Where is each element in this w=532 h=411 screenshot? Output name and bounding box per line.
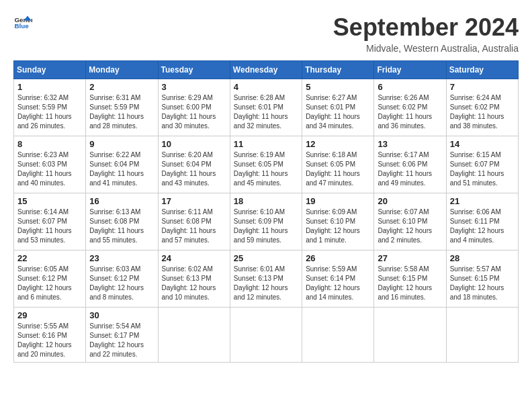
calendar-day-cell: 4 Sunrise: 6:28 AMSunset: 6:01 PMDayligh… [230,79,302,136]
day-number: 8 [17,139,82,149]
calendar-day-cell: 12 Sunrise: 6:18 AMSunset: 6:05 PMDaylig… [302,136,374,193]
calendar-day-cell: 2 Sunrise: 6:31 AMSunset: 5:59 PMDayligh… [86,79,158,136]
calendar-header-row: Sunday Monday Tuesday Wednesday Thursday… [14,61,519,79]
day-info: Sunrise: 6:07 AMSunset: 6:10 PMDaylight:… [378,208,442,245]
day-info: Sunrise: 6:32 AMSunset: 5:59 PMDaylight:… [17,93,82,131]
day-number: 15 [17,196,82,206]
calendar-week-row: 1 Sunrise: 6:32 AMSunset: 5:59 PMDayligh… [14,79,519,136]
day-info: Sunrise: 6:24 AMSunset: 6:02 PMDaylight:… [450,93,515,131]
header-wednesday: Wednesday [230,61,302,79]
day-number: 12 [306,139,370,149]
header-saturday: Saturday [446,61,518,79]
day-number: 14 [450,139,515,149]
calendar-day-cell: 5 Sunrise: 6:27 AMSunset: 6:01 PMDayligh… [302,79,374,136]
day-number: 16 [89,196,154,206]
calendar-day-cell [158,308,230,363]
day-number: 28 [450,253,515,263]
day-info: Sunrise: 6:01 AMSunset: 6:13 PMDaylight:… [234,265,298,302]
day-info: Sunrise: 6:10 AMSunset: 6:09 PMDaylight:… [234,208,298,245]
day-number: 19 [306,196,370,206]
day-number: 2 [89,82,154,92]
calendar-day-cell [374,308,446,363]
day-info: Sunrise: 6:28 AMSunset: 6:01 PMDaylight:… [234,93,298,131]
calendar-day-cell: 30 Sunrise: 5:54 AMSunset: 6:17 PMDaylig… [86,308,158,363]
day-number: 17 [162,196,226,206]
calendar-day-cell [230,308,302,363]
calendar-day-cell: 14 Sunrise: 6:15 AMSunset: 6:07 PMDaylig… [446,136,518,193]
day-info: Sunrise: 6:03 AMSunset: 6:12 PMDaylight:… [89,265,154,302]
calendar-week-row: 22 Sunrise: 6:05 AMSunset: 6:12 PMDaylig… [14,250,519,308]
calendar-day-cell: 16 Sunrise: 6:13 AMSunset: 6:08 PMDaylig… [86,193,158,250]
day-number: 26 [306,253,370,263]
calendar-table: Sunday Monday Tuesday Wednesday Thursday… [13,60,519,363]
day-info: Sunrise: 6:29 AMSunset: 6:00 PMDaylight:… [162,93,226,131]
day-number: 4 [234,82,298,92]
day-number: 22 [17,253,82,263]
day-info: Sunrise: 5:55 AMSunset: 6:16 PMDaylight:… [17,322,82,359]
day-number: 21 [450,196,515,206]
day-info: Sunrise: 6:19 AMSunset: 6:05 PMDaylight:… [234,150,298,188]
day-number: 20 [378,196,442,206]
day-info: Sunrise: 5:54 AMSunset: 6:17 PMDaylight:… [89,322,154,359]
calendar-day-cell: 3 Sunrise: 6:29 AMSunset: 6:00 PMDayligh… [158,79,230,136]
day-info: Sunrise: 6:15 AMSunset: 6:07 PMDaylight:… [450,150,515,188]
calendar-day-cell: 15 Sunrise: 6:14 AMSunset: 6:07 PMDaylig… [14,193,86,250]
day-info: Sunrise: 6:05 AMSunset: 6:12 PMDaylight:… [17,265,82,302]
day-info: Sunrise: 6:02 AMSunset: 6:13 PMDaylight:… [162,265,226,302]
calendar-day-cell: 11 Sunrise: 6:19 AMSunset: 6:05 PMDaylig… [230,136,302,193]
calendar-day-cell: 28 Sunrise: 5:57 AMSunset: 6:15 PMDaylig… [446,250,518,308]
day-number: 24 [162,253,226,263]
day-number: 6 [378,82,442,92]
day-number: 23 [89,253,154,263]
calendar-day-cell: 17 Sunrise: 6:11 AMSunset: 6:08 PMDaylig… [158,193,230,250]
header-thursday: Thursday [302,61,374,79]
calendar-day-cell [446,308,518,363]
header-friday: Friday [374,61,446,79]
day-info: Sunrise: 6:23 AMSunset: 6:03 PMDaylight:… [17,150,82,188]
day-info: Sunrise: 5:57 AMSunset: 6:15 PMDaylight:… [450,265,515,302]
svg-text:Blue: Blue [14,22,29,30]
day-number: 27 [378,253,442,263]
calendar-day-cell: 24 Sunrise: 6:02 AMSunset: 6:13 PMDaylig… [158,250,230,308]
calendar-day-cell: 22 Sunrise: 6:05 AMSunset: 6:12 PMDaylig… [14,250,86,308]
calendar-day-cell: 10 Sunrise: 6:20 AMSunset: 6:04 PMDaylig… [158,136,230,193]
calendar-day-cell: 27 Sunrise: 5:58 AMSunset: 6:15 PMDaylig… [374,250,446,308]
day-info: Sunrise: 6:20 AMSunset: 6:04 PMDaylight:… [162,150,226,188]
day-number: 7 [450,82,515,92]
day-number: 1 [17,82,82,92]
day-number: 9 [89,139,154,149]
day-number: 10 [162,139,226,149]
calendar-day-cell: 19 Sunrise: 6:09 AMSunset: 6:10 PMDaylig… [302,193,374,250]
calendar-day-cell: 9 Sunrise: 6:22 AMSunset: 6:04 PMDayligh… [86,136,158,193]
day-info: Sunrise: 5:58 AMSunset: 6:15 PMDaylight:… [378,265,442,302]
calendar-day-cell: 29 Sunrise: 5:55 AMSunset: 6:16 PMDaylig… [14,308,86,363]
day-info: Sunrise: 6:27 AMSunset: 6:01 PMDaylight:… [306,93,370,131]
calendar-day-cell: 6 Sunrise: 6:26 AMSunset: 6:02 PMDayligh… [374,79,446,136]
day-number: 13 [378,139,442,149]
day-number: 25 [234,253,298,263]
calendar-day-cell: 23 Sunrise: 6:03 AMSunset: 6:12 PMDaylig… [86,250,158,308]
logo: General Blue [13,13,32,32]
day-info: Sunrise: 6:18 AMSunset: 6:05 PMDaylight:… [306,150,370,188]
day-number: 30 [89,310,154,320]
calendar-day-cell [302,308,374,363]
calendar-week-row: 29 Sunrise: 5:55 AMSunset: 6:16 PMDaylig… [14,308,519,363]
day-number: 29 [17,310,82,320]
day-info: Sunrise: 6:26 AMSunset: 6:02 PMDaylight:… [378,93,442,131]
day-number: 3 [162,82,226,92]
calendar-day-cell: 20 Sunrise: 6:07 AMSunset: 6:10 PMDaylig… [374,193,446,250]
calendar-day-cell: 13 Sunrise: 6:17 AMSunset: 6:06 PMDaylig… [374,136,446,193]
header-monday: Monday [86,61,158,79]
month-title: September 2024 [333,13,519,42]
calendar-day-cell: 7 Sunrise: 6:24 AMSunset: 6:02 PMDayligh… [446,79,518,136]
calendar-week-row: 15 Sunrise: 6:14 AMSunset: 6:07 PMDaylig… [14,193,519,250]
page-header: General Blue September 2024 Midvale, Wes… [13,13,519,54]
day-info: Sunrise: 6:31 AMSunset: 5:59 PMDaylight:… [89,93,154,131]
title-area: September 2024 Midvale, Western Australi… [333,13,519,54]
calendar-day-cell: 25 Sunrise: 6:01 AMSunset: 6:13 PMDaylig… [230,250,302,308]
calendar-day-cell: 26 Sunrise: 5:59 AMSunset: 6:14 PMDaylig… [302,250,374,308]
day-number: 18 [234,196,298,206]
day-info: Sunrise: 6:17 AMSunset: 6:06 PMDaylight:… [378,150,442,188]
header-sunday: Sunday [14,61,86,79]
calendar-day-cell: 21 Sunrise: 6:06 AMSunset: 6:11 PMDaylig… [446,193,518,250]
